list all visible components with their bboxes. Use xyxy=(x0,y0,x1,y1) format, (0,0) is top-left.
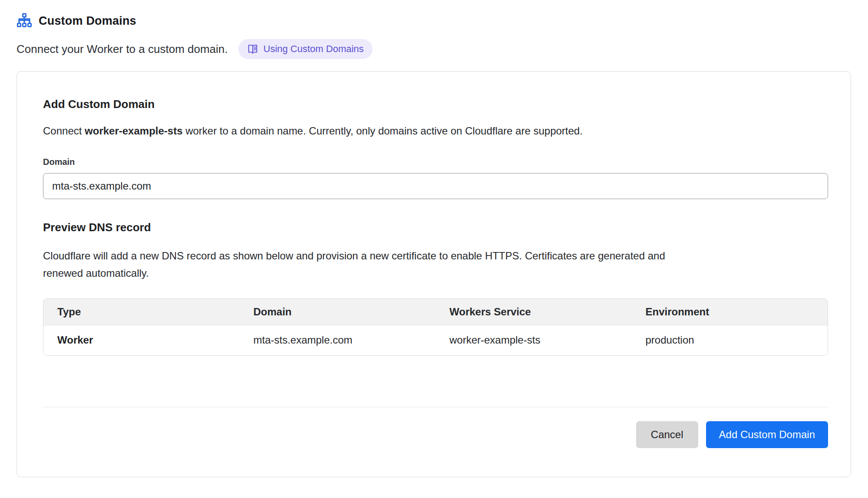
page-title: Custom Domains xyxy=(39,14,136,28)
footer-actions: Cancel Add Custom Domain xyxy=(43,421,828,448)
add-custom-domain-card: Add Custom Domain Connect worker-example… xyxy=(17,71,851,477)
subtitle-row: Connect your Worker to a custom domain. … xyxy=(17,39,851,59)
col-header-domain: Domain xyxy=(240,299,436,325)
badge-label: Using Custom Domains xyxy=(264,43,364,55)
col-header-environment: Environment xyxy=(632,299,828,325)
domain-field-label: Domain xyxy=(43,157,828,167)
card-description: Connect worker-example-sts worker to a d… xyxy=(43,125,828,137)
worker-name: worker-example-sts xyxy=(85,125,182,137)
sitemap-icon xyxy=(17,13,32,29)
preview-dns-title: Preview DNS record xyxy=(43,221,828,234)
footer-divider xyxy=(43,407,828,407)
open-book-icon xyxy=(247,43,258,55)
using-custom-domains-link[interactable]: Using Custom Domains xyxy=(238,39,373,59)
page-header: Custom Domains xyxy=(17,13,851,29)
dns-preview-table: Type Domain Workers Service Environment … xyxy=(43,298,828,356)
preview-dns-description: Cloudflare will add a new DNS record as … xyxy=(43,247,686,282)
table-row: Worker mta-sts.example.com worker-exampl… xyxy=(43,325,828,355)
card-description-prefix: Connect xyxy=(43,125,85,137)
card-description-suffix: worker to a domain name. Currently, only… xyxy=(183,125,583,137)
domain-input[interactable] xyxy=(43,173,828,199)
table-header-row: Type Domain Workers Service Environment xyxy=(43,299,828,325)
cell-domain: mta-sts.example.com xyxy=(240,325,436,355)
cell-workers-service: worker-example-sts xyxy=(436,325,632,355)
add-custom-domain-button[interactable]: Add Custom Domain xyxy=(706,421,828,448)
cell-type: Worker xyxy=(43,325,240,355)
card-title: Add Custom Domain xyxy=(43,98,828,111)
page-subtitle: Connect your Worker to a custom domain. xyxy=(17,43,228,56)
cell-environment: production xyxy=(632,325,828,355)
cancel-button[interactable]: Cancel xyxy=(636,421,698,448)
custom-domains-page: Custom Domains Connect your Worker to a … xyxy=(0,0,868,477)
col-header-workers-service: Workers Service xyxy=(436,299,632,325)
col-header-type: Type xyxy=(43,299,240,325)
